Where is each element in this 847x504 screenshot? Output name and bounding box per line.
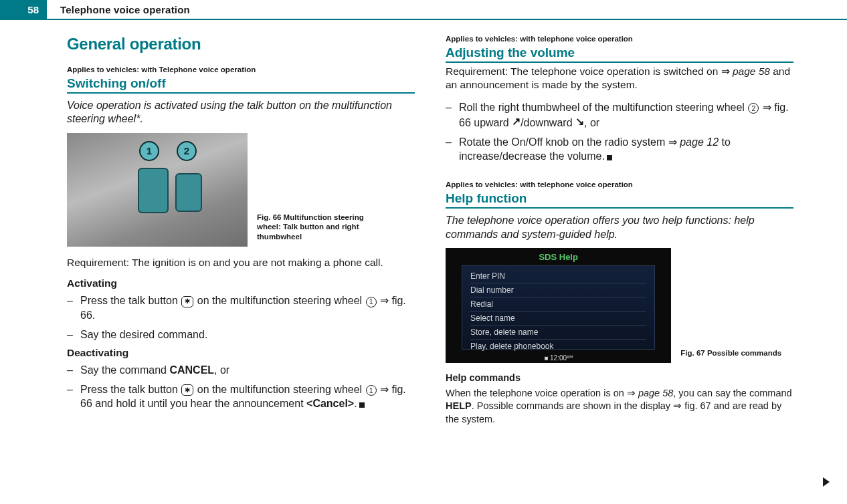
- talk-button-shape: [138, 168, 169, 213]
- applies-note: Applies to vehicles: with Telephone voic…: [67, 66, 415, 74]
- sds-item: Redial: [470, 297, 646, 311]
- page-ref-58: page 58: [638, 388, 673, 398]
- bullet-dash: –: [446, 100, 459, 130]
- bullet-dash: –: [446, 135, 459, 163]
- sds-menu: Enter PIN Dial number Redial Select name…: [462, 265, 655, 350]
- heading-general-operation: General operation: [67, 35, 415, 53]
- command-help: HELP: [446, 400, 472, 411]
- talk-icon: ✱: [181, 384, 193, 396]
- text-frag: Press the talk button: [80, 295, 181, 306]
- chapter-title: Telephone voice operation: [60, 4, 190, 15]
- sds-item: Play, delete phonebook: [470, 340, 646, 353]
- sds-item: Enter PIN: [470, 269, 646, 283]
- bullet-dash: –: [67, 363, 80, 377]
- page-number: 58: [27, 4, 39, 15]
- end-marker-icon: [359, 402, 365, 408]
- list-item: – Say the desired command.: [67, 328, 415, 342]
- subheading-deactivating: Deactivating: [67, 347, 415, 359]
- text-frag: Roll the right thumbwheel of the multifu…: [459, 102, 747, 113]
- figure-66-row: 1 2 Fig. 66 Multifunction steering wheel…: [67, 133, 415, 247]
- left-column: General operation Applies to vehicles: w…: [67, 35, 415, 443]
- volume-up-icon: ↗: [512, 114, 521, 128]
- text-frag: , or: [584, 117, 599, 128]
- requirement-text: Requirement: The ignition is on and you …: [67, 256, 415, 269]
- continue-arrow-icon: [823, 477, 830, 487]
- help-commands-text: When the telephone voice operation is on…: [446, 387, 793, 425]
- text-frag: . Possible commands are shown in the dis…: [446, 400, 781, 424]
- bullet-text: Press the talk button ✱ on the multifunc…: [80, 293, 415, 322]
- bullet-text: Rotate the On/Off knob on the radio syst…: [459, 135, 793, 163]
- sds-help-title: SDS Help: [446, 252, 671, 262]
- applies-note: Applies to vehicles: with telephone voic…: [446, 35, 793, 43]
- list-item: – Rotate the On/Off knob on the radio sy…: [446, 135, 793, 163]
- end-marker-icon: [607, 155, 612, 160]
- list-item: – Say the command CANCEL, or: [67, 363, 415, 377]
- figure-67-image: SDS Help Enter PIN Dial number Redial Se…: [446, 248, 671, 363]
- bullet-dash: –: [67, 293, 80, 322]
- callout-1: 1: [139, 141, 159, 161]
- heading-help-function: Help function: [446, 191, 793, 209]
- figure-67-caption: Fig. 67 Possible commands: [680, 348, 793, 358]
- figure-66-image: 1 2: [67, 133, 248, 247]
- volume-requirement: Requirement: The telephone voice operati…: [446, 65, 793, 92]
- figure-67-row: SDS Help Enter PIN Dial number Redial Se…: [446, 248, 793, 363]
- subheading-activating: Activating: [67, 277, 415, 289]
- bullet-text: Press the talk button ✱ on the multifunc…: [80, 382, 415, 410]
- right-column: Applies to vehicles: with telephone voic…: [446, 35, 793, 443]
- talk-icon: ✱: [181, 296, 193, 307]
- callout-2: 2: [177, 141, 197, 161]
- circled-1: 1: [366, 385, 377, 396]
- text-frag: , you can say the command: [673, 388, 791, 398]
- sds-item: Store, delete name: [470, 326, 646, 340]
- thumbwheel-shape: [175, 173, 202, 212]
- volume-down-icon: ↘: [575, 114, 584, 128]
- section-help: Applies to vehicles: with telephone voic…: [446, 180, 793, 425]
- bullet-text: Say the desired command.: [80, 328, 415, 342]
- circled-1: 1: [366, 297, 377, 307]
- help-intro: The telephone voice operation offers you…: [446, 214, 793, 241]
- section-volume: Applies to vehicles: with telephone voic…: [446, 35, 793, 163]
- bullet-dash: –: [67, 382, 80, 410]
- text-frag: on the multifunction steering wheel: [194, 295, 365, 306]
- page-number-box: 58: [0, 0, 47, 19]
- subheading-help-commands: Help commands: [446, 372, 793, 383]
- sds-item: Select name: [470, 311, 646, 326]
- text-frag: , or: [214, 364, 229, 376]
- text-frag: When the telephone voice operation is on…: [446, 388, 638, 398]
- list-item: – Press the talk button ✱ on the multifu…: [67, 293, 415, 322]
- text-frag: on the multifunction steering wheel: [194, 384, 365, 395]
- heading-adjusting-volume: Adjusting the volume: [446, 45, 793, 63]
- intro-text: Voice operation is activated using the t…: [67, 99, 415, 126]
- command-cancel: CANCEL: [169, 364, 214, 376]
- page-ref-58: page 58: [733, 66, 770, 77]
- bullet-dash: –: [67, 328, 80, 342]
- circled-2: 2: [748, 103, 759, 114]
- announcement-cancel: <Cancel>: [306, 398, 354, 409]
- text-frag: Requirement: The telephone voice operati…: [446, 66, 733, 77]
- heading-switching-onoff: Switching on/off: [67, 76, 415, 94]
- text-frag: .: [354, 398, 357, 409]
- bullet-text: Roll the right thumbwheel of the multifu…: [459, 100, 793, 130]
- text-frag: /downward: [521, 117, 575, 128]
- list-item: – Roll the right thumbwheel of the multi…: [446, 100, 793, 130]
- bullet-text: Say the command CANCEL, or: [80, 363, 415, 377]
- text-frag: Say the command: [80, 364, 169, 376]
- page-ref-12: page 12: [680, 136, 719, 148]
- list-item: – Press the talk button ✱ on the multifu…: [67, 382, 415, 410]
- content-columns: General operation Applies to vehicles: w…: [0, 20, 847, 443]
- sds-clock: ■ 12:00ᴬᴹ: [446, 354, 671, 362]
- section-switching: Applies to vehicles: with Telephone voic…: [67, 66, 415, 410]
- page-header: 58 Telephone voice operation: [0, 0, 847, 20]
- figure-66-caption: Fig. 66 Multifunction steering wheel: Ta…: [257, 213, 371, 241]
- text-frag: Press the talk button: [80, 384, 181, 395]
- sds-item: Dial number: [470, 283, 646, 297]
- applies-note: Applies to vehicles: with telephone voic…: [446, 180, 793, 188]
- text-frag: Rotate the On/Off knob on the radio syst…: [459, 136, 680, 148]
